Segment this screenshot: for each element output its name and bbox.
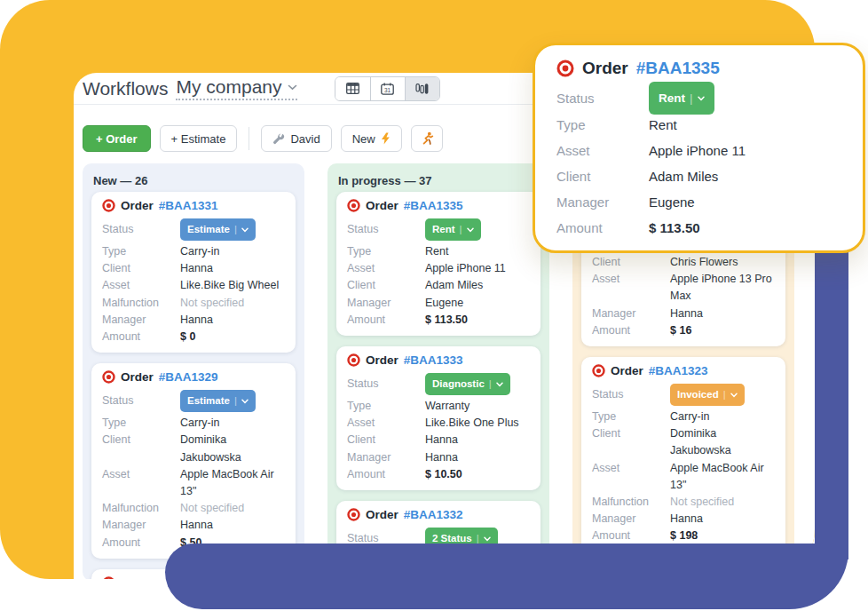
popup-rows: StatusRent|TypeRentAssetApple iPhone 11C… xyxy=(556,84,841,241)
status-badge-divider: | xyxy=(690,85,693,111)
field-value: Not specified xyxy=(670,494,734,511)
field-value: Hanna xyxy=(670,306,703,322)
quick-action-button[interactable] xyxy=(411,125,443,152)
card-field-row: AssetApple MacBook Air 13" xyxy=(592,460,775,494)
card-field-row: ManagerHanna xyxy=(102,517,285,534)
status-badge-divider: | xyxy=(460,221,462,238)
status-badge-label: Invoiced xyxy=(677,386,719,403)
field-label: Manager xyxy=(347,449,425,466)
order-card-prefix: Order xyxy=(121,576,154,579)
table-view-button[interactable] xyxy=(335,77,370,100)
card-field-row: Amount$ 198 xyxy=(592,528,775,544)
order-number-link[interactable]: #BAA1333 xyxy=(404,353,463,367)
filter-david-button[interactable]: David xyxy=(261,125,331,152)
field-label: Asset xyxy=(102,277,180,294)
order-card-header: Order#BAA1329 xyxy=(102,370,285,384)
order-target-icon xyxy=(102,576,115,579)
card-status-row: StatusInvoiced| xyxy=(592,384,775,406)
card-field-row: ManagerEugene xyxy=(556,189,841,215)
field-value: Chris Flowers xyxy=(670,254,738,271)
field-value: $ 113.50 xyxy=(649,215,700,241)
card-field-row: Amount$ 10.50 xyxy=(347,466,530,483)
status-badge[interactable]: Estimate| xyxy=(180,390,256,412)
field-value: Like.Bike One Plus xyxy=(425,415,519,432)
page-title: Workflows xyxy=(83,78,168,99)
field-value: $ 10.50 xyxy=(425,466,462,483)
card-field-row: MalfunctionNot specified xyxy=(102,295,285,312)
field-label: Client xyxy=(347,432,425,448)
order-card[interactable]: Order#BAA1335StatusRent|TypeRentAssetApp… xyxy=(336,192,541,336)
company-selector[interactable]: My company xyxy=(176,76,296,100)
field-label: Asset xyxy=(347,415,425,432)
column-header: New — 26 xyxy=(91,171,296,192)
status-badge[interactable]: Rent| xyxy=(649,82,714,115)
chevron-down-icon xyxy=(698,96,705,101)
field-label: Manager xyxy=(102,517,180,534)
field-label: Status xyxy=(592,386,670,403)
chevron-down-icon xyxy=(484,536,491,542)
field-value: Hanna xyxy=(180,517,213,534)
field-value: $ 16 xyxy=(670,322,691,339)
status-badge[interactable]: Rent| xyxy=(425,218,481,241)
chevron-down-icon xyxy=(241,399,249,404)
popup-order-header: Order #BAA1335 xyxy=(556,59,841,78)
filter-new-button[interactable]: New xyxy=(341,125,402,152)
order-number-link[interactable]: #BAA1329 xyxy=(159,370,218,384)
view-switcher: 31 xyxy=(335,76,440,101)
status-badge[interactable]: Estimate| xyxy=(180,218,256,241)
field-value: Hanna xyxy=(425,449,458,466)
order-number-link[interactable]: #BAA1332 xyxy=(404,508,463,521)
add-estimate-button[interactable]: + Estimate xyxy=(160,125,238,152)
calendar-view-button[interactable]: 31 xyxy=(370,77,405,100)
card-field-row: ManagerHanna xyxy=(347,449,530,466)
field-label: Asset xyxy=(347,260,425,277)
svg-text:31: 31 xyxy=(384,86,391,92)
card-field-row: TypeRent xyxy=(347,243,530,260)
order-target-icon xyxy=(347,353,360,367)
card-field-row: ClientDominika Jakubowska xyxy=(102,432,285,465)
status-badge[interactable]: Invoiced| xyxy=(670,384,745,406)
card-field-row: AssetLike.Bike Big Wheel xyxy=(102,277,285,294)
field-value: $ 0 xyxy=(180,329,195,345)
popup-order-number-link[interactable]: #BAA1335 xyxy=(636,59,720,78)
card-field-row: ManagerHanna xyxy=(102,312,285,329)
field-label: Asset xyxy=(592,271,670,305)
card-field-row: AssetApple iPhone 11 xyxy=(556,138,841,163)
card-field-row: TypeCarry-in xyxy=(592,409,775,425)
card-field-row: AssetApple iPhone 11 xyxy=(347,260,530,277)
order-card[interactable]: Order#BAA1329StatusEstimate|TypeCarry-in… xyxy=(91,363,296,559)
order-card[interactable]: Order#BAA1331StatusEstimate|TypeCarry-in… xyxy=(91,192,296,353)
order-number-link[interactable]: #BAA1335 xyxy=(404,199,463,212)
field-value: Not specified xyxy=(180,500,244,517)
field-label: Amount xyxy=(347,312,425,329)
order-target-icon xyxy=(556,60,574,77)
status-badge-label: Rent xyxy=(659,85,685,111)
field-label: Client xyxy=(347,277,425,294)
card-field-row: MalfunctionNot specified xyxy=(592,494,775,511)
status-badge-divider: | xyxy=(723,386,726,403)
order-target-icon xyxy=(102,370,115,384)
field-value: Dominika Jakubowska xyxy=(670,425,775,459)
card-field-row: Amount$ 113.50 xyxy=(556,215,841,241)
order-card[interactable]: Order#BAA1333StatusDiagnostic|TypeWarran… xyxy=(336,346,541,490)
field-label: Type xyxy=(347,243,425,260)
add-order-button[interactable]: + Order xyxy=(83,125,151,152)
order-card-prefix: Order xyxy=(611,364,643,377)
status-badge[interactable]: Diagnostic| xyxy=(425,373,510,395)
field-label: Status xyxy=(102,393,180,409)
field-value: Apple MacBook Air 13" xyxy=(180,466,285,500)
column-header: In progress — 37 xyxy=(336,171,541,192)
runner-icon xyxy=(420,131,434,146)
card-field-row: ClientDominika Jakubowska xyxy=(592,425,775,459)
kanban-view-button[interactable] xyxy=(405,77,439,100)
order-card[interactable]: Order#BAA1323StatusInvoiced|TypeCarry-in… xyxy=(581,357,785,552)
order-card-header: Order#BAA1323 xyxy=(592,364,775,377)
card-field-row: ClientHanna xyxy=(347,432,530,448)
order-card-header: Order#BAA1333 xyxy=(347,353,530,367)
field-label: Client xyxy=(556,163,649,189)
status-badge-label: Rent xyxy=(432,221,455,238)
order-number-link[interactable]: #BAA1323 xyxy=(649,364,708,377)
order-number-link[interactable]: #BAA1331 xyxy=(159,199,218,212)
field-value: $ 198 xyxy=(670,528,698,544)
field-value: Eugene xyxy=(425,295,463,312)
